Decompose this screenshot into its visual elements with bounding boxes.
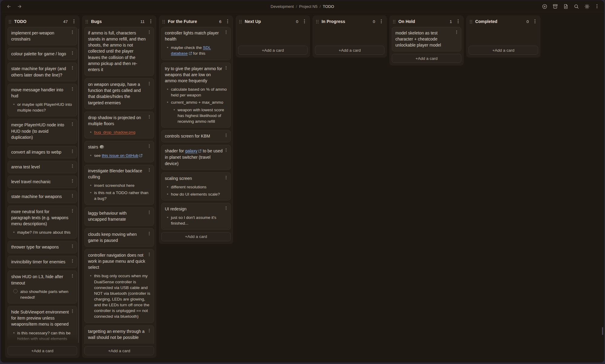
add-card-button[interactable]: +Add a card bbox=[161, 232, 231, 241]
search-icon[interactable] bbox=[573, 3, 580, 10]
card-menu-icon[interactable] bbox=[70, 87, 75, 92]
card-link[interactable]: bug_drop_shadow.png bbox=[94, 130, 136, 135]
back-icon[interactable] bbox=[6, 3, 12, 10]
card-menu-icon[interactable] bbox=[70, 274, 75, 279]
card-link[interactable]: this issue on GitHub bbox=[102, 153, 139, 158]
column-menu-icon[interactable] bbox=[71, 19, 77, 24]
card[interactable]: stairs see this issue on GitHub bbox=[84, 141, 154, 162]
add-card-button[interactable]: +Add a card bbox=[238, 46, 308, 55]
column-menu-icon[interactable] bbox=[455, 19, 461, 24]
card-menu-icon[interactable] bbox=[224, 206, 228, 211]
card-menu-icon[interactable] bbox=[70, 209, 75, 213]
card[interactable]: try to give the player ammo for weapons … bbox=[161, 63, 231, 128]
card-menu-icon[interactable] bbox=[70, 30, 75, 35]
card-menu-icon[interactable] bbox=[147, 30, 152, 35]
card[interactable]: UI redesignjust so I don't assume it's f… bbox=[161, 203, 231, 229]
add-card-button[interactable]: +Add a card bbox=[392, 54, 461, 63]
card[interactable]: more neutral font for paragraph texts (e… bbox=[8, 206, 77, 239]
card[interactable]: if ammo is full, characters stands in am… bbox=[84, 27, 154, 76]
card-menu-icon[interactable] bbox=[147, 231, 152, 236]
card[interactable]: convert all images to webp bbox=[8, 146, 77, 158]
column-menu-icon[interactable] bbox=[225, 19, 230, 24]
card-menu-icon[interactable] bbox=[224, 30, 228, 35]
document-icon[interactable] bbox=[562, 3, 569, 10]
drag-handle-icon[interactable] bbox=[316, 20, 319, 24]
card-menu-icon[interactable] bbox=[70, 66, 75, 71]
breadcrumb-item-project[interactable]: Project N5 bbox=[299, 4, 318, 9]
add-card-button[interactable]: +Add a card bbox=[8, 346, 77, 355]
forward-icon[interactable] bbox=[16, 3, 23, 10]
checkbox-circle[interactable] bbox=[13, 289, 18, 293]
card-menu-icon[interactable] bbox=[70, 244, 75, 249]
add-circle-icon[interactable] bbox=[541, 3, 548, 10]
add-card-button[interactable]: +Add a card bbox=[469, 46, 538, 55]
add-card-button[interactable]: +Add a card bbox=[315, 46, 384, 55]
card[interactable]: move message handler into hudor maybe sp… bbox=[8, 84, 77, 117]
card[interactable]: drop shadow is projected on multiple flo… bbox=[84, 112, 154, 138]
card-menu-icon[interactable] bbox=[224, 175, 228, 180]
card-menu-icon[interactable] bbox=[70, 164, 75, 169]
settings-gear-icon[interactable] bbox=[584, 3, 590, 10]
column-menu-icon[interactable] bbox=[148, 19, 153, 24]
card[interactable]: level travel mechanic bbox=[8, 176, 77, 188]
card-title: scaling screen bbox=[165, 175, 227, 181]
more-options-icon[interactable] bbox=[594, 4, 600, 9]
card[interactable]: thrower type for weapons bbox=[8, 241, 77, 253]
card-menu-icon[interactable] bbox=[70, 51, 75, 56]
column-menu-icon[interactable] bbox=[378, 19, 384, 24]
card[interactable]: arena test level bbox=[8, 161, 77, 173]
card-menu-icon[interactable] bbox=[70, 259, 75, 264]
card[interactable]: merge PlayerHUD node into HUD node (to a… bbox=[8, 119, 77, 143]
card[interactable]: laggy behaviour with uncapped framerate bbox=[84, 207, 154, 226]
card-menu-icon[interactable] bbox=[147, 115, 152, 119]
column-scrollbar-thumb[interactable] bbox=[78, 29, 79, 343]
card[interactable]: scaling screendifferent resolutionshow d… bbox=[161, 172, 231, 200]
card-menu-icon[interactable] bbox=[70, 193, 75, 198]
card-link[interactable]: galaxy bbox=[185, 148, 197, 153]
card-menu-icon[interactable] bbox=[224, 133, 228, 138]
card-menu-icon[interactable] bbox=[147, 210, 152, 215]
card-menu-icon[interactable] bbox=[147, 328, 152, 333]
card-menu-icon[interactable] bbox=[224, 148, 228, 153]
card-menu-icon[interactable] bbox=[70, 309, 75, 314]
add-card-button[interactable]: +Add a card bbox=[84, 346, 154, 355]
card-menu-icon[interactable] bbox=[454, 30, 459, 35]
card[interactable]: shader for galaxy to be used in planet s… bbox=[161, 145, 231, 170]
column-menu-icon[interactable] bbox=[532, 19, 538, 24]
drag-handle-icon[interactable] bbox=[162, 20, 165, 24]
card[interactable]: colour palette for game / logo bbox=[8, 48, 77, 60]
drag-handle-icon[interactable] bbox=[393, 20, 396, 24]
card[interactable]: investigate Blender backface cullinginse… bbox=[84, 165, 154, 205]
card[interactable]: controls screen for KBM bbox=[161, 130, 231, 142]
card[interactable]: invincibility timer for enemies bbox=[8, 256, 77, 268]
window-scrollbar-thumb[interactable] bbox=[602, 327, 603, 335]
archive-box-icon[interactable] bbox=[552, 3, 559, 10]
card-menu-icon[interactable] bbox=[147, 168, 152, 173]
card[interactable]: targetting an enemy through a wall shoul… bbox=[84, 325, 154, 344]
card[interactable]: controller navigation does not work in p… bbox=[84, 249, 154, 323]
card-menu-icon[interactable] bbox=[147, 144, 152, 149]
card-menu-icon[interactable] bbox=[70, 179, 75, 184]
card[interactable]: state machine for player (and others lat… bbox=[8, 63, 77, 81]
breadcrumb-separator: / bbox=[319, 4, 321, 9]
card[interactable]: on weapon unequip, have a function that … bbox=[84, 78, 154, 109]
card[interactable]: show HUD on L3, hide after timeoutalso s… bbox=[8, 271, 77, 304]
drag-handle-icon[interactable] bbox=[8, 20, 11, 24]
card-menu-icon[interactable] bbox=[224, 66, 228, 70]
card-menu-icon[interactable] bbox=[70, 149, 75, 154]
card[interactable]: clouds keep moving when game is paused bbox=[84, 228, 154, 247]
breadcrumb-item-workspace[interactable]: Development bbox=[271, 4, 294, 9]
card[interactable]: hide SubViewport environment for item pr… bbox=[8, 306, 77, 344]
drag-handle-icon[interactable] bbox=[239, 20, 242, 24]
card-menu-icon[interactable] bbox=[147, 252, 152, 257]
drag-handle-icon[interactable] bbox=[469, 20, 473, 24]
card[interactable]: implement per-weapon crosshairs bbox=[8, 27, 77, 45]
drag-handle-icon[interactable] bbox=[85, 20, 88, 24]
card[interactable]: controller lights match player healthmay… bbox=[161, 27, 231, 60]
card-menu-icon[interactable] bbox=[147, 81, 152, 86]
card-menu-icon[interactable] bbox=[70, 122, 75, 127]
card-text: on weapon unequip, have a function that … bbox=[88, 82, 141, 105]
card[interactable]: model skeleton as test character + cheat… bbox=[392, 27, 461, 51]
column-menu-icon[interactable] bbox=[302, 19, 307, 24]
card[interactable]: state machine for weapons bbox=[8, 190, 77, 203]
